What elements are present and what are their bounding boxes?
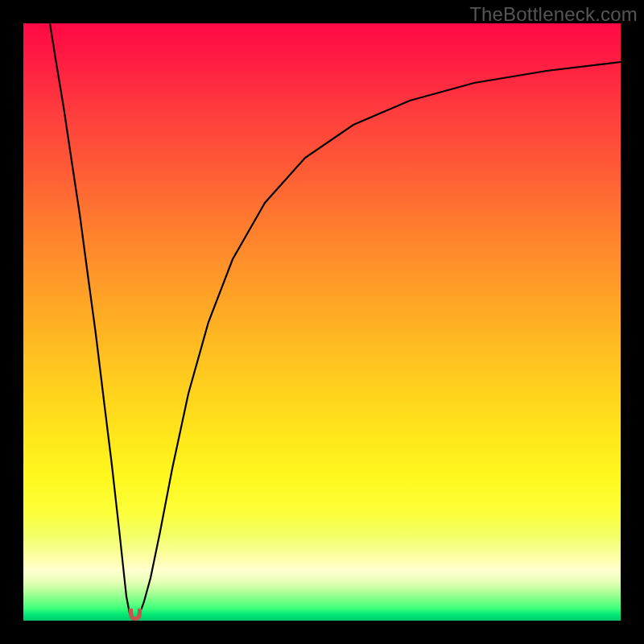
curve-right-branch: [134, 62, 621, 621]
plot-area: [23, 23, 621, 621]
curve-layer: [23, 23, 621, 621]
watermark-text: TheBottleneck.com: [469, 3, 638, 26]
curve-left-branch: [50, 23, 134, 621]
chart-frame: TheBottleneck.com: [0, 0, 644, 644]
